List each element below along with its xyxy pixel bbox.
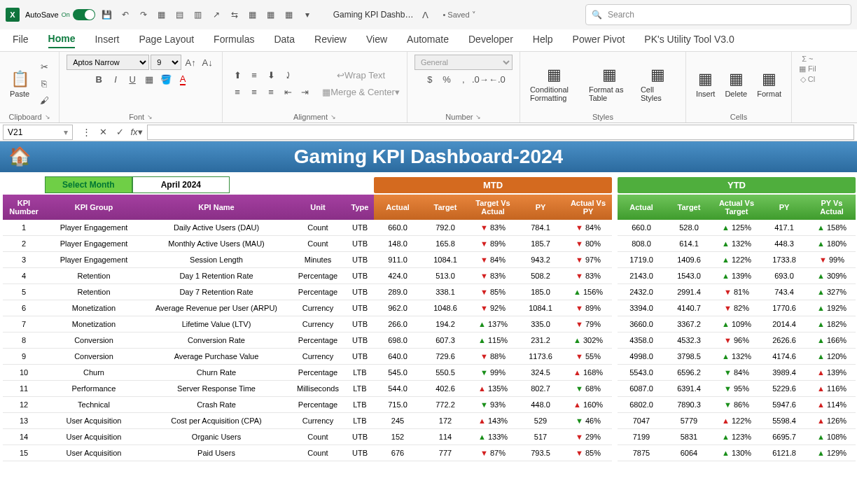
table-row[interactable]: 2 Player Engagement Monthly Active Users… (3, 236, 374, 252)
qat-icon[interactable]: ▦ (265, 8, 277, 21)
share-icon[interactable]: ᐱ (419, 8, 431, 21)
table-row[interactable]: 11 Performance Server Response Time Mill… (3, 381, 374, 397)
table-row[interactable]: 15 User Acquisition Paid Users Count UTB (3, 445, 374, 461)
ytd-row[interactable]: 7875 6064 ▲ 130% 6121.8 ▲ 129% (618, 445, 856, 461)
ribbon-tab-help[interactable]: Help (533, 34, 553, 48)
ytd-row[interactable]: 4998.0 3798.5 ▲ 132% 4174.6 ▲ 120% (618, 349, 856, 365)
qat-icon[interactable]: ▦ (246, 8, 259, 21)
ytd-row[interactable]: 6087.0 6391.4 ▼ 95% 5229.6 ▲ 116% (618, 381, 856, 397)
ribbon-tab-insert[interactable]: Insert (95, 34, 119, 48)
selected-month[interactable]: April 2024 (132, 176, 230, 193)
mtd-row[interactable]: 152 114 ▲ 133% 517 ▼ 29% (374, 429, 612, 445)
ribbon-tab-view[interactable]: View (366, 34, 387, 48)
ribbon-tab-data[interactable]: Data (274, 34, 295, 48)
ytd-row[interactable]: 4358.0 4532.3 ▼ 96% 2626.6 ▲ 166% (618, 332, 856, 349)
autosave-toggle[interactable]: AutoSave On (25, 9, 95, 20)
table-row[interactable]: 5 Retention Day 7 Retention Rate Percent… (3, 284, 374, 300)
table-row[interactable]: 1 Player Engagement Daily Active Users (… (3, 220, 374, 236)
mtd-row[interactable]: 289.0 338.1 ▼ 85% 185.0 ▲ 156% (374, 284, 612, 300)
mtd-row[interactable]: 676 777 ▼ 87% 793.5 ▼ 85% (374, 445, 612, 461)
format-painter-icon[interactable]: 🖌 (36, 93, 52, 108)
document-title[interactable]: Gaming KPI Dashb… (333, 10, 414, 20)
ytd-row[interactable]: 6802.0 7890.3 ▼ 86% 5947.6 ▲ 114% (618, 397, 856, 413)
cell-styles-button[interactable]: ▦Cell Styles (638, 64, 678, 104)
table-row[interactable]: 12 Technical Crash Rate Percentage LTB (3, 397, 374, 413)
decrease-decimal-icon[interactable]: ←.0 (489, 71, 505, 87)
home-icon[interactable]: 🏠 (8, 146, 31, 167)
qat-icon[interactable]: ▤ (174, 8, 186, 21)
chevron-down-icon[interactable]: ▾ (64, 127, 68, 137)
undo-icon[interactable]: ↶ (119, 8, 132, 21)
table-row[interactable]: 3 Player Engagement Session Length Minut… (3, 252, 374, 268)
mtd-row[interactable]: 698.0 607.3 ▲ 115% 231.2 ▲ 302% (374, 332, 612, 349)
font-size-select[interactable]: 9 (151, 55, 181, 70)
enter-icon[interactable]: ✓ (112, 125, 127, 140)
decrease-font-icon[interactable]: A↓ (200, 55, 215, 70)
saved-status[interactable]: • Saved ˅ (443, 10, 475, 20)
indent-decrease-icon[interactable]: ⇤ (280, 85, 295, 100)
increase-decimal-icon[interactable]: .0→ (473, 71, 488, 87)
wrap-text-button[interactable]: ↩ Wrap Text (322, 68, 400, 83)
italic-button[interactable]: I (108, 71, 123, 87)
chevron-down-icon[interactable]: ▾ (301, 8, 314, 21)
format-button[interactable]: ▦Format (754, 69, 784, 99)
qat-icon[interactable]: ▥ (192, 8, 204, 21)
search-input[interactable]: 🔍 Search (585, 4, 851, 25)
qat-icon[interactable]: ▦ (283, 8, 295, 21)
ribbon-tab-home[interactable]: Home (48, 33, 76, 48)
table-row[interactable]: 13 User Acquisition Cost per Acquisition… (3, 413, 374, 429)
ytd-row[interactable]: 2143.0 1543.0 ▲ 139% 693.0 ▲ 309% (618, 268, 856, 284)
table-row[interactable]: 6 Monetization Average Revenue per User … (3, 300, 374, 316)
mtd-row[interactable]: 544.0 402.6 ▲ 135% 802.7 ▼ 68% (374, 381, 612, 397)
ytd-row[interactable]: 7047 5779 ▲ 122% 5598.4 ▲ 126% (618, 413, 856, 429)
number-format-select[interactable]: General (414, 55, 513, 70)
toggle-switch-icon[interactable] (73, 9, 95, 20)
dialog-launcher-icon[interactable]: ↘ (475, 113, 481, 120)
table-row[interactable]: 7 Monetization Lifetime Value (LTV) Curr… (3, 316, 374, 332)
merge-center-button[interactable]: ▦ Merge & Center ▾ (322, 85, 400, 100)
table-row[interactable]: 4 Retention Day 1 Retention Rate Percent… (3, 268, 374, 284)
ribbon-tab-formulas[interactable]: Formulas (214, 34, 254, 48)
autosum-icon[interactable]: Σ ~ (802, 55, 813, 63)
clear-icon[interactable]: ◇ Cl (800, 75, 815, 84)
ribbon-tab-pk-s-utility-tool-v3-0[interactable]: PK's Utility Tool V3.0 (644, 34, 734, 48)
font-name-select[interactable]: Aptos Narrow (67, 55, 149, 70)
fill-color-icon[interactable]: 🪣 (158, 71, 174, 87)
font-color-icon[interactable]: A (175, 71, 190, 87)
month-selector[interactable]: Select Month April 2024 (45, 176, 374, 193)
ytd-row[interactable]: 808.0 614.1 ▲ 132% 448.3 ▲ 180% (618, 236, 856, 252)
percent-icon[interactable]: % (439, 71, 454, 87)
ytd-row[interactable]: 660.0 528.0 ▲ 125% 417.1 ▲ 158% (618, 220, 856, 236)
delete-button[interactable]: ▦Delete (722, 69, 750, 99)
mtd-row[interactable]: 545.0 550.5 ▼ 99% 324.5 ▲ 168% (374, 365, 612, 381)
dialog-launcher-icon[interactable]: ↘ (45, 113, 50, 120)
dialog-launcher-icon[interactable]: ↘ (147, 113, 153, 120)
insert-button[interactable]: ▦Insert (693, 69, 718, 99)
mtd-row[interactable]: 148.0 165.8 ▼ 89% 185.7 ▼ 80% (374, 236, 612, 252)
align-left-icon[interactable]: ≡ (230, 85, 245, 100)
table-row[interactable]: 10 Churn Churn Rate Percentage LTB (3, 365, 374, 381)
mtd-row[interactable]: 715.0 772.2 ▼ 93% 448.0 ▲ 160% (374, 397, 612, 413)
fill-icon[interactable]: ▦ Fil (799, 64, 816, 74)
menu-icon[interactable]: ⋮ (78, 125, 94, 140)
ribbon-tab-page-layout[interactable]: Page Layout (139, 34, 194, 48)
ribbon-tab-review[interactable]: Review (314, 34, 347, 48)
mtd-row[interactable]: 424.0 513.0 ▼ 83% 508.2 ▼ 83% (374, 268, 612, 284)
border-icon[interactable]: ▦ (141, 71, 157, 87)
align-center-icon[interactable]: ≡ (246, 85, 262, 100)
copy-icon[interactable]: ⎘ (36, 76, 52, 92)
ytd-row[interactable]: 5543.0 6596.2 ▼ 84% 3989.4 ▲ 139% (618, 365, 856, 381)
align-top-icon[interactable]: ⬆ (230, 68, 245, 83)
orientation-icon[interactable]: ⤸ (280, 68, 295, 83)
qat-icon[interactable]: ▦ (155, 8, 168, 21)
ribbon-tab-developer[interactable]: Developer (468, 34, 513, 48)
mtd-row[interactable]: 266.0 194.2 ▲ 137% 335.0 ▼ 79% (374, 316, 612, 332)
bold-button[interactable]: B (91, 71, 106, 87)
qat-icon[interactable]: ⇆ (228, 8, 241, 21)
mtd-row[interactable]: 640.0 729.6 ▼ 88% 1173.6 ▼ 55% (374, 349, 612, 365)
ytd-row[interactable]: 1719.0 1409.6 ▲ 122% 1733.8 ▼ 99% (618, 252, 856, 268)
currency-icon[interactable]: $ (422, 71, 438, 87)
ribbon-tab-automate[interactable]: Automate (407, 34, 449, 48)
paste-button[interactable]: 📋Paste (7, 69, 32, 99)
save-icon[interactable]: 💾 (101, 8, 113, 21)
